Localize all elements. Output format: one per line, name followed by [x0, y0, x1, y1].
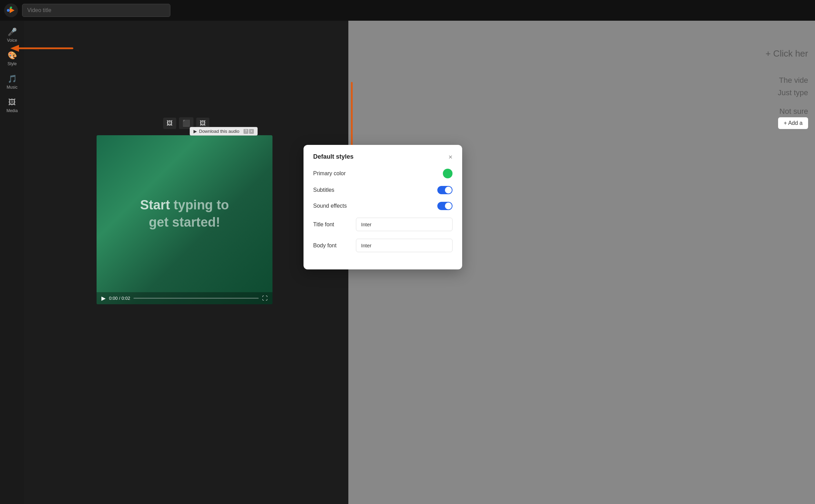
- download-bar-help[interactable]: ?: [243, 129, 248, 134]
- media-icon: 🖼: [8, 98, 16, 107]
- modal-title: Default styles: [313, 153, 354, 160]
- video-panel: 🖼 ⬛ 🖼 ▶ Download this audio ? × Start ty…: [24, 21, 348, 504]
- download-audio-bar: ▶ Download this audio ? ×: [190, 127, 258, 136]
- title-font-row: Title font: [313, 218, 453, 231]
- subtitles-row: Subtitles: [313, 186, 453, 194]
- download-audio-label: Download this audio: [199, 129, 239, 134]
- svg-point-2: [7, 9, 10, 12]
- top-bar: [0, 0, 815, 21]
- sound-effects-label: Sound effects: [313, 203, 347, 209]
- sidebar-item-music-label: Music: [7, 85, 17, 90]
- video-content: Start typing to get started!: [97, 135, 272, 292]
- right-text-3: Not sure: [779, 107, 808, 116]
- sidebar-item-voice[interactable]: 🎤 Voice: [1, 24, 23, 46]
- progress-bar[interactable]: [133, 298, 259, 299]
- right-text-1: The vide: [779, 76, 808, 85]
- click-here-text[interactable]: + Click her: [765, 48, 808, 59]
- primary-color-label: Primary color: [313, 170, 346, 177]
- video-placeholder-text: Start typing to get started!: [133, 190, 236, 238]
- sidebar-item-media[interactable]: 🖼 Media: [1, 95, 23, 117]
- app-logo[interactable]: [4, 3, 18, 17]
- svg-point-3: [10, 7, 12, 9]
- sidebar-item-music[interactable]: 🎵 Music: [1, 71, 23, 93]
- play-button[interactable]: ▶: [101, 295, 106, 302]
- primary-color-picker[interactable]: [443, 169, 453, 178]
- title-font-input[interactable]: [356, 218, 453, 231]
- title-font-label: Title font: [313, 221, 334, 228]
- body-font-label: Body font: [313, 243, 337, 249]
- video-title-input[interactable]: [22, 4, 170, 17]
- style-icon: 🎨: [8, 51, 17, 60]
- time-display: 0:00 / 0:02: [109, 296, 130, 301]
- download-bar-close[interactable]: ×: [249, 129, 254, 134]
- default-styles-modal: Default styles × Primary color Subtitles…: [304, 145, 462, 269]
- download-bar-controls: ? ×: [243, 129, 254, 134]
- insert-image-btn[interactable]: 🖼: [163, 118, 176, 129]
- primary-color-row: Primary color: [313, 169, 453, 178]
- body-font-row: Body font: [313, 239, 453, 252]
- sidebar-item-media-label: Media: [7, 108, 18, 113]
- video-text-typing: typing to: [170, 198, 229, 212]
- microphone-icon: 🎤: [8, 28, 17, 37]
- music-icon: 🎵: [8, 75, 17, 83]
- sidebar: 🎤 Voice 🎨 Style 🎵 Music 🖼 Media: [0, 21, 24, 504]
- video-text-get-started: get started!: [149, 215, 220, 229]
- add-a-button[interactable]: + Add a: [778, 117, 808, 129]
- subtitles-toggle[interactable]: [437, 186, 453, 194]
- modal-header: Default styles ×: [313, 153, 453, 160]
- right-text-2: Just type: [778, 88, 808, 97]
- video-text-start: Start: [140, 198, 170, 212]
- sidebar-item-style-label: Style: [8, 61, 17, 66]
- fullscreen-button[interactable]: ⛶: [262, 295, 268, 302]
- subtitles-label: Subtitles: [313, 187, 334, 193]
- sound-effects-toggle[interactable]: [437, 202, 453, 210]
- video-controls: ▶ 0:00 / 0:02 ⛶: [97, 292, 272, 304]
- video-player: Start typing to get started! ▶ 0:00 / 0:…: [97, 135, 272, 304]
- sidebar-item-voice-label: Voice: [7, 38, 17, 43]
- sound-effects-row: Sound effects: [313, 202, 453, 210]
- body-font-input[interactable]: [356, 239, 453, 252]
- sidebar-item-style[interactable]: 🎨 Style: [1, 48, 23, 70]
- play-icon-small: ▶: [193, 129, 197, 134]
- modal-close-button[interactable]: ×: [448, 154, 453, 160]
